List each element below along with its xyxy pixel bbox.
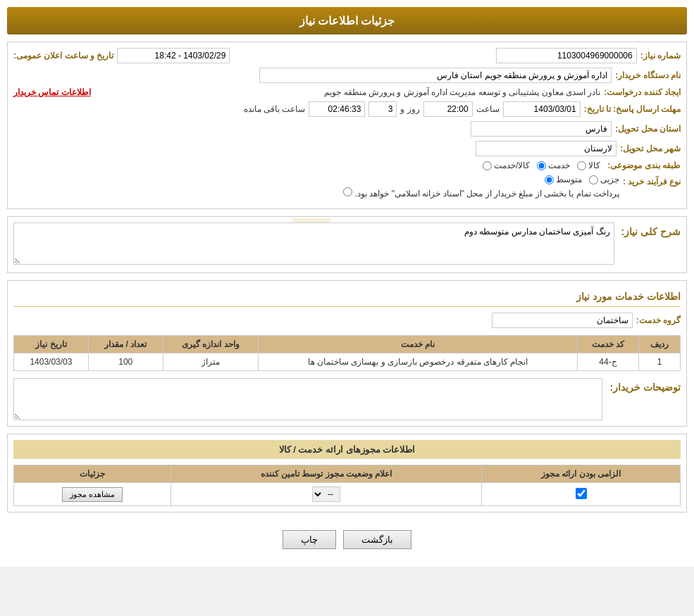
category-label: طبقه بندی موضوعی: [607, 161, 681, 170]
print-button[interactable]: چاپ [283, 530, 336, 549]
purchase-radio-jozi[interactable] [589, 175, 598, 184]
deadline-remaining-label: ساعت باقی مانده [244, 104, 306, 114]
purchase-radio-motavasset[interactable] [545, 175, 554, 184]
category-option-khedmat: خدمت [548, 161, 570, 170]
category-radio-kala[interactable] [577, 161, 586, 170]
cell-qty: 100 [88, 353, 163, 371]
deadline-label: مهلت ارسال پاسخ: تا تاریخ: [584, 104, 681, 114]
view-license-button[interactable]: مشاهده مجوز [62, 487, 123, 502]
purchase-radio-asnad[interactable] [343, 187, 352, 196]
licenses-table: الزامی بودن ارائه مجوز اعلام وضعیت مجوز … [13, 465, 681, 506]
deadline-time-label: ساعت [476, 104, 500, 114]
city-field [476, 141, 616, 156]
lic-cell-required [482, 483, 681, 506]
deadline-date-field [503, 101, 581, 117]
license-status-select[interactable]: -- [312, 486, 340, 502]
need-number-field[interactable] [496, 48, 637, 63]
creator-value: نادر اسدی معاون پشتیبانی و توسعه مدیریت … [94, 87, 601, 97]
services-section-title: اطلاعات خدمات مورد نیاز [13, 287, 681, 307]
footer-buttons: بازگشت چاپ [7, 520, 687, 560]
cell-date: 1403/03/03 [14, 353, 89, 371]
license-row: -- مشاهده مجوز [14, 483, 681, 506]
purchase-option-motavasset: متوسط [556, 175, 582, 184]
deadline-days-field [368, 101, 397, 117]
lic-col-details: جزئیات [14, 465, 171, 483]
date-field [117, 48, 230, 63]
service-group-label: گروه خدمت: [636, 315, 681, 325]
creator-label: ایجاد کننده درخواست: [604, 87, 681, 97]
lic-col-status: اعلام وضعیت مجوز توسط تامین کننده [171, 465, 481, 483]
lic-cell-status: -- [171, 483, 481, 506]
table-row: 1 ج-44 انجام کارهای متفرقه درخصوص بازساز… [14, 353, 681, 371]
deadline-remaining-field [309, 101, 365, 117]
col-header-qty: تعداد / مقدار [88, 336, 163, 353]
buyer-org-field [259, 68, 612, 83]
services-table: ردیف کد خدمت نام خدمت واحد اندازه گیری ت… [13, 335, 681, 371]
purchase-option-jozi: جزیی [600, 175, 619, 184]
city-label: شهر محل تحویل: [620, 144, 681, 153]
service-group-field [492, 313, 633, 328]
category-radio-khedmat[interactable] [537, 161, 546, 170]
province-label: استان محل تحویل: [615, 124, 681, 134]
buyer-org-label: نام دستگاه خریدار: [615, 70, 681, 80]
back-button[interactable]: بازگشت [343, 530, 411, 549]
deadline-time-field [423, 101, 473, 117]
licenses-section-title: اطلاعات مجوزهای ارائه خدمت / کالا [13, 440, 681, 459]
category-option-kala-khedmat: کالا/خدمت [494, 161, 530, 170]
cell-code: ج-44 [577, 353, 638, 371]
col-header-date: تاریخ نیاز [14, 336, 89, 353]
province-field [471, 121, 612, 137]
lic-col-required: الزامی بودن ارائه مجوز [482, 465, 681, 483]
contact-info-link[interactable]: اطلاعات تماس خریدار [13, 87, 91, 97]
lic-cell-details: مشاهده مجوز [14, 483, 171, 506]
buyer-notes-label: توضیحات خریدار: [609, 378, 681, 393]
license-required-checkbox[interactable] [576, 488, 587, 499]
col-header-code: کد خدمت [577, 336, 638, 353]
category-option-kala: کالا [588, 161, 600, 170]
cell-unit: متراژ [163, 353, 259, 371]
col-header-name: نام خدمت [259, 336, 578, 353]
page-title: جزئیات اطلاعات نیاز [7, 7, 687, 34]
category-radio-group: کالا خدمت کالا/خدمت [483, 161, 600, 170]
category-radio-kala-khedmat[interactable] [483, 161, 492, 170]
need-number-label: شماره نیاز: [640, 51, 681, 61]
cell-name: انجام کارهای متفرقه درخصوص بازسازی و بهس… [259, 353, 578, 371]
col-header-unit: واحد اندازه گیری [163, 336, 259, 353]
need-desc-field[interactable]: رنگ آمیزی ساختمان مدارس متوسطه دوم [13, 222, 614, 265]
deadline-day-label: روز و [400, 104, 419, 114]
col-header-row: ردیف [638, 336, 680, 353]
purchase-type-label: نوع فرآیند خرید : [623, 175, 681, 187]
cell-row: 1 [638, 353, 680, 371]
buyer-notes-field[interactable] [13, 378, 602, 420]
need-desc-label: شرح کلی نیاز: [621, 222, 681, 237]
purchase-option-asnad: پرداخت تمام یا بخشی از مبلغ خریدار از مح… [355, 189, 619, 199]
date-label: تاریخ و ساعت اعلان عمومی: [13, 51, 113, 61]
